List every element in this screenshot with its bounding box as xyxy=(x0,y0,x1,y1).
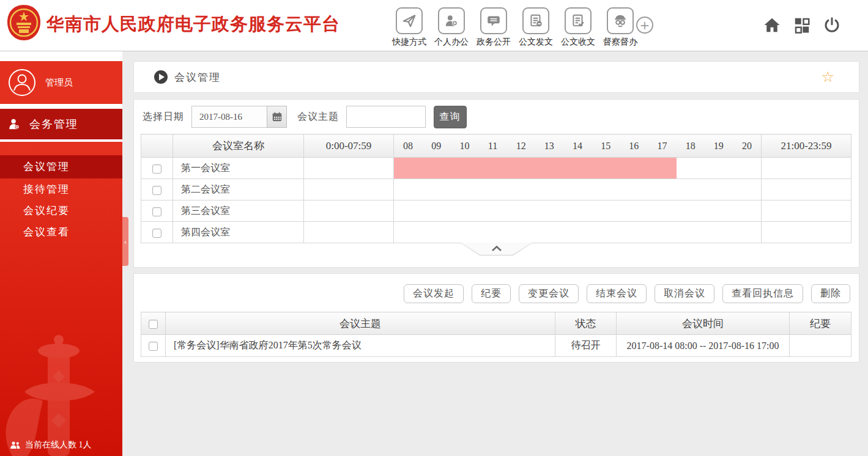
sidebar-item-reception-management[interactable]: 接待管理 xyxy=(0,178,122,200)
search-button[interactable]: 查询 xyxy=(434,106,467,128)
grid-apps-icon[interactable] xyxy=(793,16,811,34)
row-checkbox[interactable] xyxy=(152,186,161,195)
sidebar-collapse-handle[interactable]: ‹ xyxy=(122,217,128,266)
hour-slots xyxy=(394,222,762,243)
meeting-actions-toolbar: 会议发起 纪要 变更会议 结束会议 取消会议 查看回执信息 删除 xyxy=(134,274,859,303)
paper-plane-icon xyxy=(396,7,423,34)
topic-input[interactable] xyxy=(346,106,426,128)
avatar-icon xyxy=(8,68,36,97)
room-name: 第三会议室 xyxy=(173,200,304,222)
delete-button[interactable]: 删除 xyxy=(811,284,850,303)
meeting-row[interactable]: [常务会议]华南省政府2017年第5次常务会议 待召开 2017-08-14 0… xyxy=(141,335,851,357)
quick-item-shortcuts[interactable]: 快捷方式 xyxy=(391,7,427,48)
hour-columns-header: 08091011121314151617181920 xyxy=(394,134,762,158)
chevron-up-icon xyxy=(491,245,502,252)
meeting-minutes xyxy=(790,335,851,357)
early-hours-header: 0:00-07:59 xyxy=(304,134,394,158)
document-check-icon xyxy=(565,7,592,34)
late-slot xyxy=(762,179,851,200)
schedule-row-room2[interactable]: 第二会议室 xyxy=(141,179,851,200)
schedule-header-row: 会议室名称 0:00-07:59 08091011121314151617181… xyxy=(141,134,851,158)
national-emblem-logo xyxy=(7,4,41,41)
row-checkbox[interactable] xyxy=(152,207,161,216)
meeting-header-row: 会议主题 状态 会议时间 纪要 xyxy=(141,312,851,335)
speech-bubble-icon xyxy=(480,7,507,34)
view-receipt-button[interactable]: 查看回执信息 xyxy=(722,284,803,303)
row-checkbox[interactable] xyxy=(152,229,161,238)
topic-label: 会议主题 xyxy=(297,111,339,123)
minutes-header: 纪要 xyxy=(790,312,851,335)
row-checkbox[interactable] xyxy=(152,164,161,174)
quick-item-doc-send[interactable]: 公文发文 xyxy=(518,7,554,48)
row-checkbox[interactable] xyxy=(149,342,158,351)
time-header: 会议时间 xyxy=(617,312,790,335)
favorite-star-icon[interactable]: ☆ xyxy=(821,68,834,86)
pillar-watermark xyxy=(0,334,122,456)
meeting-list-panel: 会议发起 纪要 变更会议 结束会议 取消会议 查看回执信息 删除 会议主题 状态… xyxy=(133,273,859,362)
quick-item-doc-receive[interactable]: 公文收文 xyxy=(560,7,596,48)
late-hours-header: 21:00-23:59 xyxy=(762,134,851,158)
window-controls xyxy=(763,16,841,34)
schedule-row-room1[interactable]: 第一会议室 xyxy=(141,158,851,179)
user-plus-icon xyxy=(438,7,465,34)
meeting-topic: [常务会议]华南省政府2017年第5次常务会议 xyxy=(166,335,555,357)
filter-bar: 选择日期 会议主题 查询 xyxy=(134,100,859,134)
online-users-status: 当前在线人数 1人 xyxy=(10,439,92,450)
date-label: 选择日期 xyxy=(143,111,184,123)
room-name: 第一会议室 xyxy=(173,158,304,179)
calendar-icon xyxy=(272,111,283,122)
user-profile-block[interactable]: 管理员 xyxy=(0,61,122,104)
person-badge-icon xyxy=(7,117,21,131)
meeting-table: 会议主题 状态 会议时间 纪要 [常务会议]华南省政府2017年第5次常务会议 … xyxy=(141,312,851,357)
early-slot xyxy=(304,158,394,179)
room-schedule-table: 会议室名称 0:00-07:59 08091011121314151617181… xyxy=(141,134,851,243)
minutes-button[interactable]: 纪要 xyxy=(472,284,511,303)
calendar-button[interactable] xyxy=(267,106,287,128)
people-icon xyxy=(10,441,21,449)
initiate-meeting-button[interactable]: 会议发起 xyxy=(404,284,464,303)
online-users-label: 当前在线人数 1人 xyxy=(25,439,92,450)
hour-slots xyxy=(394,179,762,200)
select-column-header xyxy=(141,134,173,158)
room-name: 第二会议室 xyxy=(173,179,304,200)
quick-item-gov-disclosure[interactable]: 政务公开 xyxy=(476,7,511,48)
room-name: 第四会议室 xyxy=(173,222,304,243)
sidebar-section-label: 会务管理 xyxy=(29,117,78,131)
topic-header: 会议主题 xyxy=(166,312,555,335)
schedule-row-room4[interactable]: 第四会议室 xyxy=(141,222,851,243)
power-logout-icon[interactable] xyxy=(823,16,841,34)
sidebar-item-meeting-minutes[interactable]: 会议纪要 xyxy=(0,200,122,221)
app-title: 华南市人民政府电子政务服务云平台 xyxy=(46,12,340,37)
early-slot xyxy=(304,200,394,222)
change-meeting-button[interactable]: 变更会议 xyxy=(519,284,579,303)
sidebar: 管理员 会务管理 会议管理 接待管理 会议纪要 会议查看 当前在线人数 1人 xyxy=(0,51,122,456)
late-slot xyxy=(762,200,851,222)
document-minus-icon xyxy=(522,7,549,34)
quick-item-personal-office[interactable]: 个人办公 xyxy=(434,7,469,48)
early-slot xyxy=(304,222,394,243)
sidebar-section-meeting-affairs[interactable]: 会务管理 xyxy=(0,109,122,139)
cancel-meeting-button[interactable]: 取消会议 xyxy=(655,284,714,303)
date-input[interactable] xyxy=(191,106,267,128)
quick-item-supervision[interactable]: 督察督办 xyxy=(603,7,638,48)
collapse-schedule-button[interactable] xyxy=(461,243,533,256)
section-arrow-icon xyxy=(154,70,168,84)
select-all-checkbox[interactable] xyxy=(149,320,158,329)
date-picker xyxy=(191,106,287,128)
end-meeting-button[interactable]: 结束会议 xyxy=(587,284,647,303)
late-slot xyxy=(762,222,851,243)
busy-time-bar xyxy=(394,158,677,178)
home-icon[interactable] xyxy=(763,16,781,34)
page-header: 会议管理 ☆ xyxy=(133,61,859,93)
police-officer-icon xyxy=(607,7,634,34)
page-title: 会议管理 xyxy=(174,70,221,84)
sidebar-item-meeting-view[interactable]: 会议查看 xyxy=(0,221,122,243)
hour-slots xyxy=(394,158,762,179)
schedule-row-room3[interactable]: 第三会议室 xyxy=(141,200,851,222)
hour-slots xyxy=(394,200,762,222)
schedule-panel: 选择日期 会议主题 查询 会议室名称 0:00-07:59 0809101112… xyxy=(133,99,859,268)
sidebar-item-meeting-management[interactable]: 会议管理 xyxy=(0,155,122,178)
early-slot xyxy=(304,179,394,200)
add-shortcut-button[interactable]: + xyxy=(636,17,653,34)
meeting-status: 待召开 xyxy=(555,335,617,357)
